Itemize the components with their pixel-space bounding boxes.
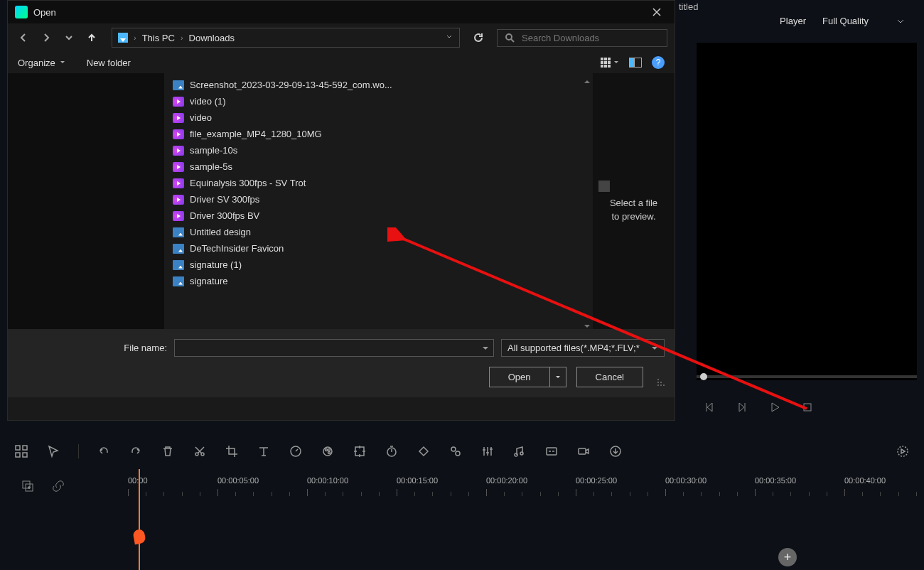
file-name: Driver 300fps BV xyxy=(190,210,259,221)
view-mode-button[interactable] xyxy=(601,58,619,68)
file-item[interactable]: DeTechInsider Favicon xyxy=(164,240,593,257)
ruler-tick: 00:00:35:00 xyxy=(755,476,796,485)
text-icon[interactable] xyxy=(257,444,271,458)
cancel-button[interactable]: Cancel xyxy=(576,367,643,387)
file-name: Screenshot_2023-03-29-09-13-45-592_com.w… xyxy=(190,80,392,90)
back-button[interactable] xyxy=(15,29,32,46)
scroll-down-icon[interactable] xyxy=(584,320,591,327)
link-icon[interactable] xyxy=(52,480,65,495)
transform-icon[interactable] xyxy=(353,444,367,458)
crop-icon[interactable] xyxy=(225,444,239,458)
undo-icon[interactable] xyxy=(97,444,111,458)
search-input[interactable] xyxy=(522,33,660,43)
folder-tree[interactable] xyxy=(8,73,164,329)
filename-input-wrap xyxy=(174,339,494,357)
open-button[interactable]: Open xyxy=(490,367,550,387)
breadcrumb[interactable]: › This PC › Downloads xyxy=(112,28,460,48)
file-item[interactable]: video xyxy=(164,109,593,126)
chevron-down-icon xyxy=(60,60,65,65)
video-file-icon xyxy=(173,195,184,205)
timer-icon[interactable] xyxy=(385,444,399,458)
file-name: video (1) xyxy=(190,96,226,107)
render-icon[interactable] xyxy=(896,444,910,458)
color-icon[interactable] xyxy=(321,444,335,458)
location-icon xyxy=(118,33,128,43)
file-item[interactable]: Equinalysis 300fps - SV Trot xyxy=(164,175,593,191)
grid-icon xyxy=(601,58,611,68)
prev-frame-button[interactable] xyxy=(704,402,715,413)
playhead[interactable] xyxy=(139,469,140,570)
audio-icon[interactable] xyxy=(512,444,527,458)
delete-icon[interactable] xyxy=(161,444,175,458)
title-bar: Open xyxy=(8,1,675,23)
up-button[interactable] xyxy=(83,29,100,46)
file-item[interactable]: file_example_MP4_1280_10MG xyxy=(164,126,593,142)
file-item[interactable]: signature (1) xyxy=(164,257,593,273)
file-item[interactable]: signature xyxy=(164,273,593,289)
stop-button[interactable] xyxy=(802,402,813,413)
preview-pane-button[interactable] xyxy=(629,58,642,68)
filename-input[interactable] xyxy=(179,343,482,353)
chevron-down-icon[interactable] xyxy=(482,345,489,352)
file-item[interactable]: Untitled design xyxy=(164,224,593,240)
file-name: Driver SV 300fps xyxy=(190,194,259,205)
organize-button[interactable]: Organize xyxy=(18,58,65,68)
image-file-icon xyxy=(173,227,184,237)
chevron-down-icon xyxy=(613,60,619,65)
progress-knob[interactable] xyxy=(700,373,707,380)
breadcrumb-dropdown[interactable] xyxy=(445,31,453,44)
effects-icon[interactable] xyxy=(448,444,463,458)
nav-row: › This PC › Downloads xyxy=(8,23,675,52)
close-button[interactable] xyxy=(646,4,667,21)
subtitle-icon[interactable] xyxy=(544,444,559,458)
preview-pane: Select a file to preview. xyxy=(593,73,675,329)
file-item[interactable]: Screenshot_2023-03-29-09-13-45-592_com.w… xyxy=(164,77,593,93)
adjust-icon[interactable] xyxy=(480,444,495,458)
scroll-up-icon[interactable] xyxy=(584,75,591,82)
file-list[interactable]: Screenshot_2023-03-29-09-13-45-592_com.w… xyxy=(164,73,593,329)
new-folder-button[interactable]: New folder xyxy=(87,58,131,68)
file-name: Equinalysis 300fps - SV Trot xyxy=(190,178,306,188)
file-item[interactable]: Driver 300fps BV xyxy=(164,208,593,224)
file-item[interactable]: Driver SV 300fps xyxy=(164,191,593,208)
file-item[interactable]: sample-10s xyxy=(164,142,593,158)
next-frame-button[interactable] xyxy=(736,402,748,413)
toolbar-row: Organize New folder ? xyxy=(8,52,675,73)
add-clip-button[interactable]: + xyxy=(778,548,797,566)
export-icon[interactable] xyxy=(608,444,623,458)
svg-point-14 xyxy=(451,447,456,451)
pane-icon xyxy=(629,58,642,68)
search-icon xyxy=(505,33,515,43)
speed-icon[interactable] xyxy=(289,444,303,458)
file-name: sample-5s xyxy=(190,161,232,172)
playhead-handle[interactable] xyxy=(132,529,146,544)
progress-track[interactable] xyxy=(697,375,917,378)
ruler[interactable]: 00:0000:00:05:0000:00:10:0000:00:15:0000… xyxy=(128,476,924,498)
file-item[interactable]: sample-5s xyxy=(164,158,593,175)
play-button[interactable] xyxy=(769,402,780,413)
quality-dropdown[interactable]: Full Quality xyxy=(817,13,910,29)
quality-value: Full Quality xyxy=(822,16,869,26)
cursor-icon[interactable] xyxy=(46,444,60,458)
add-track-icon[interactable] xyxy=(21,480,34,495)
redo-icon[interactable] xyxy=(129,444,143,458)
file-name: video xyxy=(190,112,212,123)
keyframe-icon[interactable] xyxy=(417,444,431,458)
image-file-icon xyxy=(173,244,184,254)
cut-icon[interactable] xyxy=(193,444,207,458)
record-icon[interactable] xyxy=(576,444,591,458)
forward-button[interactable] xyxy=(38,29,55,46)
refresh-button[interactable] xyxy=(466,32,491,43)
help-button[interactable]: ? xyxy=(652,56,665,69)
breadcrumb-pc[interactable]: This PC xyxy=(142,33,175,43)
file-item[interactable]: video (1) xyxy=(164,93,593,109)
scrollbar[interactable] xyxy=(581,73,593,329)
search-box[interactable] xyxy=(497,29,667,47)
filetype-dropdown[interactable]: All supported files(*.MP4;*.FLV;* xyxy=(501,339,665,357)
recent-button[interactable] xyxy=(60,29,77,46)
layout-icon[interactable] xyxy=(14,444,28,458)
breadcrumb-folder[interactable]: Downloads xyxy=(189,33,235,43)
svg-rect-19 xyxy=(579,448,586,454)
resize-grip[interactable] xyxy=(656,379,665,387)
open-dropdown[interactable] xyxy=(550,367,566,387)
